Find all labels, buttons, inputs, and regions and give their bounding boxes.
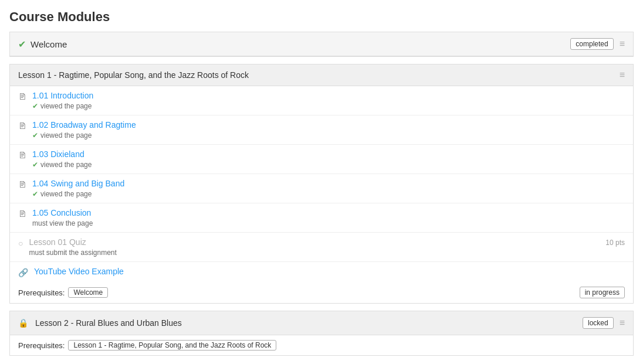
lesson2-title: Lesson 2 - Rural Blues and Urban Blues <box>35 318 182 328</box>
lesson1-menu-icon[interactable]: ≡ <box>620 70 625 80</box>
link-icon: 🔗 <box>18 268 28 277</box>
item-content: YouTube Video Example <box>34 267 625 276</box>
lesson2-menu-icon[interactable]: ≡ <box>620 318 625 328</box>
welcome-module-header: ✔ Welcome completed ≡ <box>10 32 633 56</box>
lesson1-header: Lesson 1 - Ragtime, Popular Song, and th… <box>10 64 633 86</box>
lesson2-module: 🔒 Lesson 2 - Rural Blues and Urban Blues… <box>9 311 634 356</box>
item-link-quiz[interactable]: Lesson 01 Quiz <box>29 237 86 247</box>
lock-icon: 🔒 <box>18 318 28 328</box>
item-status-105: must view the page <box>32 219 625 227</box>
item-content: Lesson 01 Quiz must submit the assignmen… <box>29 237 600 257</box>
item-content: 1.01 Introduction ✔ viewed the page <box>32 91 625 110</box>
list-item: 🖹 1.04 Swing and Big Band ✔ viewed the p… <box>10 174 633 203</box>
item-content: 1.05 Conclusion must view the page <box>32 208 625 227</box>
lesson1-prerequisites: Prerequisites: Welcome in progress <box>10 282 633 303</box>
welcome-status-badge: completed <box>570 38 613 50</box>
doc-icon: 🖹 <box>18 151 26 160</box>
prereq-tag-welcome: Welcome <box>68 287 108 298</box>
lesson1-items: 🖹 1.01 Introduction ✔ viewed the page 🖹 … <box>10 86 633 282</box>
list-item: 🔗 YouTube Video Example <box>10 262 633 282</box>
item-status-104: ✔ viewed the page <box>32 190 625 198</box>
item-content: 1.02 Broadway and Ragtime ✔ viewed the p… <box>32 120 625 140</box>
prereq-left: Prerequisites: Welcome <box>18 287 108 298</box>
welcome-module-title: Welcome <box>31 39 67 49</box>
prerequisites-label-2: Prerequisites: <box>18 341 65 350</box>
item-link-104[interactable]: 1.04 Swing and Big Band <box>32 179 124 188</box>
list-item: 🖹 1.02 Broadway and Ragtime ✔ viewed the… <box>10 115 633 145</box>
lesson1-title: Lesson 1 - Ragtime, Popular Song, and th… <box>18 70 249 80</box>
lesson2-status-badge: locked <box>583 317 614 329</box>
prerequisites-label: Prerequisites: <box>18 288 65 297</box>
doc-icon: 🖹 <box>18 209 26 219</box>
item-content: 1.04 Swing and Big Band ✔ viewed the pag… <box>32 179 625 198</box>
item-link-103[interactable]: 1.03 Dixieland <box>32 149 84 159</box>
doc-icon: 🖹 <box>18 92 26 101</box>
list-item: 🖹 1.05 Conclusion must view the page <box>10 203 633 233</box>
quiz-points: 10 pts <box>605 237 625 247</box>
item-link-101[interactable]: 1.01 Introduction <box>32 91 93 100</box>
item-status-103: ✔ viewed the page <box>32 161 625 169</box>
item-status-102: ✔ viewed the page <box>32 131 625 140</box>
item-link-105[interactable]: 1.05 Conclusion <box>32 208 91 217</box>
item-content: 1.03 Dixieland ✔ viewed the page <box>32 149 625 169</box>
item-link-102[interactable]: 1.02 Broadway and Ragtime <box>32 120 136 130</box>
lesson2-header: 🔒 Lesson 2 - Rural Blues and Urban Blues… <box>10 311 633 335</box>
viewed-check-icon: ✔ <box>32 161 38 169</box>
list-item: 🖹 1.03 Dixieland ✔ viewed the page <box>10 145 633 174</box>
list-item: ○ Lesson 01 Quiz must submit the assignm… <box>10 233 633 262</box>
prereq-tag-lesson1: Lesson 1 - Ragtime, Popular Song, and th… <box>68 340 276 351</box>
welcome-menu-icon[interactable]: ≡ <box>620 39 625 49</box>
viewed-check-icon: ✔ <box>32 131 38 140</box>
item-link-youtube[interactable]: YouTube Video Example <box>34 267 124 276</box>
welcome-module: ✔ Welcome completed ≡ <box>9 32 634 57</box>
item-status-101: ✔ viewed the page <box>32 102 625 110</box>
viewed-check-icon: ✔ <box>32 190 38 198</box>
list-item: 🖹 1.01 Introduction ✔ viewed the page <box>10 86 633 115</box>
viewed-check-icon: ✔ <box>32 102 38 110</box>
doc-icon: 🖹 <box>18 121 26 131</box>
lesson1-status-area: in progress <box>580 287 625 298</box>
welcome-check-icon: ✔ <box>18 39 26 50</box>
item-status-quiz: must submit the assignment <box>29 249 600 257</box>
lesson1-status-badge: in progress <box>580 287 625 298</box>
page-title: Course Modules <box>9 9 634 25</box>
doc-icon: 🖹 <box>18 180 26 189</box>
lesson1-module: Lesson 1 - Ragtime, Popular Song, and th… <box>9 64 634 304</box>
quiz-icon: ○ <box>18 239 23 248</box>
prereq-left-2: Prerequisites: Lesson 1 - Ragtime, Popul… <box>18 340 276 351</box>
lesson2-prerequisites: Prerequisites: Lesson 1 - Ragtime, Popul… <box>10 335 633 355</box>
